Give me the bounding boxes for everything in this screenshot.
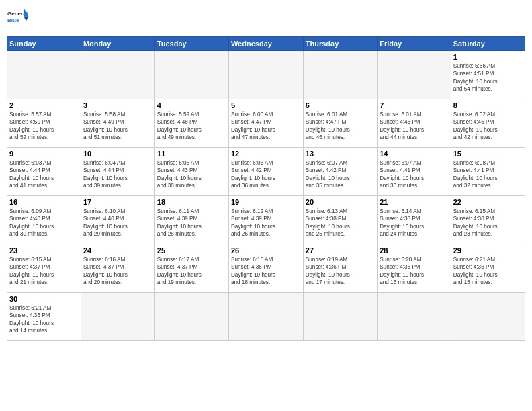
logo: GeneralBlue: [7, 7, 31, 31]
day-info: Sunrise: 6:21 AM Sunset: 4:36 PM Dayligh…: [9, 304, 79, 335]
day-info: Sunrise: 6:07 AM Sunset: 4:41 PM Dayligh…: [380, 159, 449, 190]
day-number: 3: [83, 101, 152, 109]
day-number: 10: [83, 150, 152, 158]
calendar-cell: [303, 51, 377, 99]
day-info: Sunrise: 6:09 AM Sunset: 4:40 PM Dayligh…: [9, 208, 79, 238]
day-number: 27: [306, 246, 375, 255]
calendar-cell: [228, 293, 303, 341]
day-info: Sunrise: 6:06 AM Sunset: 4:42 PM Dayligh…: [231, 159, 301, 190]
day-number: 19: [231, 198, 301, 206]
day-number: 5: [231, 101, 301, 109]
calendar-cell: 19Sunrise: 6:12 AM Sunset: 4:39 PM Dayli…: [228, 196, 303, 244]
day-info: Sunrise: 5:59 AM Sunset: 4:48 PM Dayligh…: [157, 111, 226, 142]
calendar-cell: 25Sunrise: 6:17 AM Sunset: 4:37 PM Dayli…: [154, 244, 228, 293]
calendar-cell: 18Sunrise: 6:11 AM Sunset: 4:39 PM Dayli…: [154, 196, 228, 244]
day-info: Sunrise: 6:00 AM Sunset: 4:47 PM Dayligh…: [231, 111, 301, 142]
day-info: Sunrise: 6:12 AM Sunset: 4:39 PM Dayligh…: [231, 208, 301, 238]
calendar-cell: 17Sunrise: 6:10 AM Sunset: 4:40 PM Dayli…: [81, 196, 154, 244]
day-number: 4: [157, 101, 226, 109]
day-number: 6: [306, 101, 375, 109]
day-number: 26: [231, 246, 301, 255]
calendar-cell: [81, 51, 154, 99]
day-number: 18: [157, 198, 226, 206]
calendar-cell: 10Sunrise: 6:04 AM Sunset: 4:44 PM Dayli…: [81, 148, 154, 196]
calendar-cell: [81, 293, 154, 341]
weekday-header-monday: Monday: [81, 37, 154, 51]
day-info: Sunrise: 6:13 AM Sunset: 4:38 PM Dayligh…: [306, 208, 375, 238]
calendar-cell: 22Sunrise: 6:15 AM Sunset: 4:38 PM Dayli…: [451, 196, 525, 244]
calendar-cell: [378, 293, 451, 341]
calendar-cell: [154, 293, 228, 341]
weekday-header-friday: Friday: [378, 37, 451, 51]
day-info: Sunrise: 6:17 AM Sunset: 4:37 PM Dayligh…: [157, 256, 226, 287]
day-info: Sunrise: 6:11 AM Sunset: 4:39 PM Dayligh…: [157, 208, 226, 238]
day-info: Sunrise: 6:20 AM Sunset: 4:36 PM Dayligh…: [380, 256, 449, 287]
day-number: 8: [453, 101, 523, 109]
day-info: Sunrise: 6:16 AM Sunset: 4:37 PM Dayligh…: [83, 256, 152, 287]
calendar-cell: 15Sunrise: 6:08 AM Sunset: 4:41 PM Dayli…: [451, 148, 525, 196]
day-info: Sunrise: 6:04 AM Sunset: 4:44 PM Dayligh…: [83, 159, 152, 190]
day-number: 15: [453, 150, 523, 158]
calendar-cell: 13Sunrise: 6:07 AM Sunset: 4:42 PM Dayli…: [303, 148, 377, 196]
calendar-cell: 24Sunrise: 6:16 AM Sunset: 4:37 PM Dayli…: [81, 244, 154, 293]
calendar-cell: 29Sunrise: 6:21 AM Sunset: 4:36 PM Dayli…: [451, 244, 525, 293]
day-number: 30: [9, 295, 79, 303]
calendar-cell: 6Sunrise: 6:01 AM Sunset: 4:47 PM Daylig…: [303, 99, 377, 148]
calendar-cell: 28Sunrise: 6:20 AM Sunset: 4:36 PM Dayli…: [378, 244, 451, 293]
calendar-cell: 14Sunrise: 6:07 AM Sunset: 4:41 PM Dayli…: [378, 148, 451, 196]
weekday-header-thursday: Thursday: [303, 37, 377, 51]
day-number: 28: [380, 246, 449, 255]
weekday-header-wednesday: Wednesday: [228, 37, 303, 51]
calendar-cell: 11Sunrise: 6:05 AM Sunset: 4:43 PM Dayli…: [154, 148, 228, 196]
svg-marker-3: [24, 16, 28, 21]
day-info: Sunrise: 6:07 AM Sunset: 4:42 PM Dayligh…: [306, 159, 375, 190]
calendar-cell: [451, 293, 525, 341]
calendar-cell: [303, 293, 377, 341]
day-info: Sunrise: 6:10 AM Sunset: 4:40 PM Dayligh…: [83, 208, 152, 238]
week-row-6: 30Sunrise: 6:21 AM Sunset: 4:36 PM Dayli…: [7, 293, 525, 341]
day-number: 7: [380, 101, 449, 109]
day-number: 14: [380, 150, 449, 158]
calendar-cell: 7Sunrise: 6:01 AM Sunset: 4:46 PM Daylig…: [378, 99, 451, 148]
day-info: Sunrise: 6:18 AM Sunset: 4:36 PM Dayligh…: [231, 256, 301, 287]
day-info: Sunrise: 6:01 AM Sunset: 4:47 PM Dayligh…: [306, 111, 375, 142]
day-number: 13: [306, 150, 375, 158]
day-info: Sunrise: 6:15 AM Sunset: 4:38 PM Dayligh…: [453, 208, 523, 238]
calendar-cell: 2Sunrise: 5:57 AM Sunset: 4:50 PM Daylig…: [7, 99, 81, 148]
calendar-cell: 30Sunrise: 6:21 AM Sunset: 4:36 PM Dayli…: [7, 293, 81, 341]
calendar-cell: 23Sunrise: 6:15 AM Sunset: 4:37 PM Dayli…: [7, 244, 81, 293]
calendar-cell: 5Sunrise: 6:00 AM Sunset: 4:47 PM Daylig…: [228, 99, 303, 148]
day-number: 20: [306, 198, 375, 206]
day-number: 22: [453, 198, 523, 206]
day-number: 25: [157, 246, 226, 255]
calendar-cell: [7, 51, 81, 99]
logo-icon: GeneralBlue: [7, 7, 31, 31]
day-info: Sunrise: 6:08 AM Sunset: 4:41 PM Dayligh…: [453, 159, 523, 190]
day-info: Sunrise: 6:15 AM Sunset: 4:37 PM Dayligh…: [9, 256, 79, 287]
calendar-cell: 12Sunrise: 6:06 AM Sunset: 4:42 PM Dayli…: [228, 148, 303, 196]
svg-text:Blue: Blue: [7, 17, 19, 24]
calendar-cell: [378, 51, 451, 99]
day-number: 21: [380, 198, 449, 206]
day-number: 16: [9, 198, 79, 206]
week-row-4: 16Sunrise: 6:09 AM Sunset: 4:40 PM Dayli…: [7, 196, 525, 244]
calendar-cell: 27Sunrise: 6:19 AM Sunset: 4:36 PM Dayli…: [303, 244, 377, 293]
weekday-header-row: SundayMondayTuesdayWednesdayThursdayFrid…: [7, 37, 525, 51]
calendar-cell: 4Sunrise: 5:59 AM Sunset: 4:48 PM Daylig…: [154, 99, 228, 148]
day-info: Sunrise: 5:56 AM Sunset: 4:51 PM Dayligh…: [453, 62, 523, 93]
week-row-2: 2Sunrise: 5:57 AM Sunset: 4:50 PM Daylig…: [7, 99, 525, 148]
calendar-cell: 8Sunrise: 6:02 AM Sunset: 4:45 PM Daylig…: [451, 99, 525, 148]
day-info: Sunrise: 6:05 AM Sunset: 4:43 PM Dayligh…: [157, 159, 226, 190]
calendar-cell: 3Sunrise: 5:58 AM Sunset: 4:49 PM Daylig…: [81, 99, 154, 148]
calendar: SundayMondayTuesdayWednesdayThursdayFrid…: [7, 36, 525, 341]
day-number: 17: [83, 198, 152, 206]
day-number: 29: [453, 246, 523, 255]
day-number: 11: [157, 150, 226, 158]
day-info: Sunrise: 5:58 AM Sunset: 4:49 PM Dayligh…: [83, 111, 152, 142]
day-number: 23: [9, 246, 79, 255]
calendar-cell: 20Sunrise: 6:13 AM Sunset: 4:38 PM Dayli…: [303, 196, 377, 244]
day-info: Sunrise: 6:19 AM Sunset: 4:36 PM Dayligh…: [306, 256, 375, 287]
weekday-header-tuesday: Tuesday: [154, 37, 228, 51]
calendar-cell: [154, 51, 228, 99]
day-info: Sunrise: 6:02 AM Sunset: 4:45 PM Dayligh…: [453, 111, 523, 142]
